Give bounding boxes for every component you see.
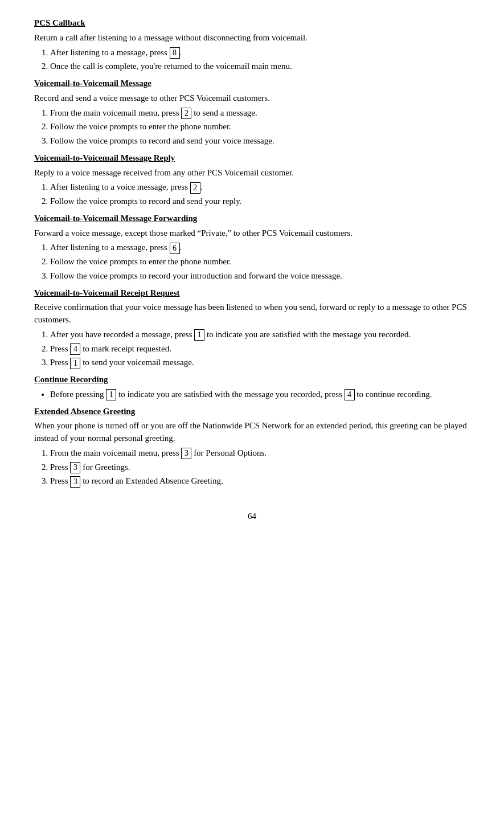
list-item: Before pressing 1 to indicate you are sa… [50,388,470,401]
section-v2v-forward: Voicemail-to-Voicemail Message Forwardin… [34,212,470,283]
section-title-v2v-reply: Voicemail-to-Voicemail Message Reply [34,153,175,162]
step-after: to send a message. [191,108,257,117]
bullet-after: to continue recording. [355,390,432,399]
list-item: From the main voicemail menu, press 3 fo… [50,447,470,460]
pcs-callback-intro: Return a call after listening to a messa… [34,32,470,44]
list-item: Press 3 to record an Extended Absence Gr… [50,475,470,488]
key-3: 3 [181,448,191,459]
step-text: After you have recorded a message, press [50,330,194,339]
step-after: for Greetings. [80,463,130,472]
key-1: 1 [106,389,116,400]
step-after: for Personal Options. [191,448,267,457]
step-after: to indicate you are satisfied with the m… [204,330,411,339]
key-3: 3 [70,462,80,473]
step-text: Follow the voice prompts to record your … [50,271,342,280]
v2v-message-intro: Record and send a voice message to other… [34,92,470,105]
step-text: Once the call is complete, you're return… [50,62,292,71]
list-item: From the main voicemail menu, press 2 to… [50,107,470,120]
section-continue-recording: Continue Recording Before pressing 1 to … [34,374,470,401]
key-2: 2 [181,108,191,119]
step-text: Follow the voice prompts to record and s… [50,136,274,145]
list-item: After listening to a message, press 6. [50,242,470,254]
bullet-middle: to indicate you are satisfied with the m… [116,390,344,399]
step-after: . [200,182,203,191]
step-text: Press [50,476,70,485]
step-text: From the main voicemail menu, press [50,448,181,457]
section-title-v2v-message: Voicemail-to-Voicemail Message [34,79,151,88]
section-v2v-receipt: Voicemail-to-Voicemail Receipt Request R… [34,287,470,370]
step-text: Follow the voice prompts to record and s… [50,197,241,206]
key-4: 4 [345,389,355,400]
section-title-pcs-callback: PCS Callback [34,18,85,27]
key-2: 2 [190,182,200,194]
list-item: Press 4 to mark receipt requested. [50,343,470,355]
step-text: Follow the voice prompts to enter the ph… [50,257,231,266]
list-item: Follow the voice prompts to enter the ph… [50,121,470,133]
step-after: to send your voicemail message. [80,358,194,367]
step-after: to mark receipt requested. [80,344,171,353]
key-3: 3 [70,476,80,488]
list-item: Press 3 for Greetings. [50,461,470,474]
v2v-message-steps: From the main voicemail menu, press 2 to… [50,107,470,148]
key-6: 6 [170,243,180,254]
list-item: After you have recorded a message, press… [50,329,470,341]
section-title-v2v-forward: Voicemail-to-Voicemail Message Forwardin… [34,214,197,223]
section-v2v-reply: Voicemail-to-Voicemail Message Reply Rep… [34,152,470,208]
key-1: 1 [70,358,80,369]
step-text: After listening to a message, press [50,243,170,252]
step-text: Follow the voice prompts to enter the ph… [50,122,231,131]
list-item: After listening to a message, press 8. [50,47,470,59]
step-after: to record an Extended Absence Greeting. [80,476,223,485]
step-after: . [180,48,182,57]
v2v-reply-steps: After listening to a voice message, pres… [50,181,470,208]
section-title-extended-absence: Extended Absence Greeting [34,407,135,416]
v2v-receipt-steps: After you have recorded a message, press… [50,329,470,369]
step-text: Press [50,463,70,472]
list-item: Once the call is complete, you're return… [50,60,470,73]
step-text: Press [50,358,70,367]
v2v-reply-intro: Reply to a voice message received from a… [34,167,470,179]
list-item: Follow the voice prompts to enter the ph… [50,256,470,268]
step-after: . [180,243,182,252]
section-extended-absence: Extended Absence Greeting When your phon… [34,406,470,488]
step-text: Press [50,344,70,353]
extended-absence-steps: From the main voicemail menu, press 3 fo… [50,447,470,488]
section-pcs-callback: PCS Callback Return a call after listeni… [34,17,470,73]
step-text: After listening to a voice message, pres… [50,182,190,191]
list-item: Press 1 to send your voicemail message. [50,357,470,369]
v2v-receipt-intro: Receive confirmation that your voice mes… [34,301,470,326]
continue-recording-bullets: Before pressing 1 to indicate you are sa… [50,388,470,401]
section-title-v2v-receipt: Voicemail-to-Voicemail Receipt Request [34,288,180,297]
section-v2v-message: Voicemail-to-Voicemail Message Record an… [34,77,470,148]
v2v-forward-steps: After listening to a message, press 6. F… [50,242,470,282]
v2v-forward-intro: Forward a voice message, except those ma… [34,227,470,240]
key-4: 4 [70,343,80,355]
list-item: Follow the voice prompts to record and s… [50,195,470,208]
extended-absence-intro: When your phone is turned off or you are… [34,420,470,445]
list-item: Follow the voice prompts to record your … [50,270,470,283]
list-item: After listening to a voice message, pres… [50,181,470,194]
step-text: From the main voicemail menu, press [50,108,181,117]
pcs-callback-steps: After listening to a message, press 8. O… [50,47,470,73]
bullet-text: Before pressing [50,390,106,399]
key-1: 1 [194,329,204,341]
page-number: 64 [34,510,470,523]
section-title-continue-recording: Continue Recording [34,375,108,384]
step-text: After listening to a message, press [50,48,170,57]
key-8: 8 [170,47,180,59]
list-item: Follow the voice prompts to record and s… [50,135,470,148]
page-content: PCS Callback Return a call after listeni… [34,17,470,523]
